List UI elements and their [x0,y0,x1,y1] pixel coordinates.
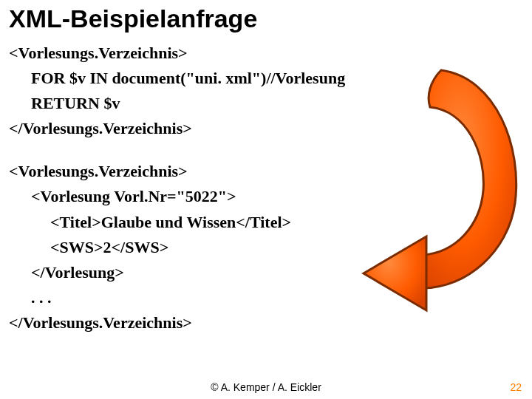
result-vorlesung-close: </Vorlesung> [9,260,523,285]
result-ellipsis: . . . [9,285,523,310]
result-titel: <Titel>Glaube und Wissen</Titel> [9,210,523,235]
query-return-line: RETURN $v [9,91,523,116]
query-close-tag: </Vorlesungs.Verzeichnis> [9,119,192,137]
result-sws: <SWS>2</SWS> [9,235,523,260]
result-close-tag: </Vorlesungs.Verzeichnis> [9,313,192,332]
query-open-tag: <Vorlesungs.Verzeichnis> [9,44,188,62]
footer-page-number: 22 [510,381,522,393]
result-open-tag: <Vorlesungs.Verzeichnis> [9,162,188,180]
result-vorlesung-open: <Vorlesung Vorl.Nr="5022"> [9,184,523,209]
slide: XML-Beispielanfrage <Vorlesungs.Verzeich… [0,0,532,399]
result-block: <Vorlesungs.Verzeichnis> <Vorlesung Vorl… [9,159,523,335]
page-title: XML-Beispielanfrage [9,4,523,33]
footer-copyright: © A. Kemper / A. Eickler [0,381,532,393]
query-for-line: FOR $v IN document("uni. xml")//Vorlesun… [9,66,523,91]
query-block: <Vorlesungs.Verzeichnis> FOR $v IN docum… [9,41,523,141]
